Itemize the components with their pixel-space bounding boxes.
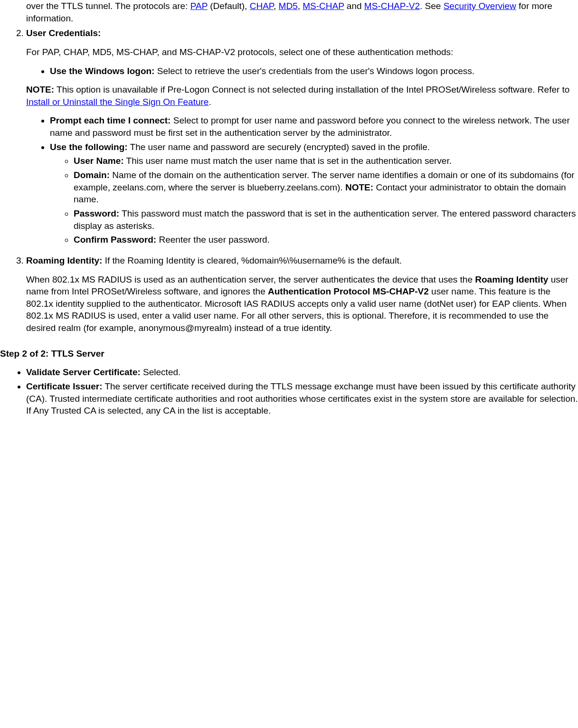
windows-logon-text: Select to retrieve the user's credential… (154, 66, 474, 76)
link-mschap[interactable]: MS-CHAP (303, 1, 344, 11)
link-chap[interactable]: CHAP (250, 1, 274, 11)
step2-heading: Step 2 of 2: TTLS Server (0, 348, 578, 360)
sub-confirm-password: Confirm Password: Reenter the user passw… (74, 234, 578, 246)
text: (Default), (208, 1, 250, 11)
sub-domain: Domain: Name of the domain on the authen… (74, 169, 578, 206)
bullet-cert-issuer: Certificate Issuer: The server certifica… (26, 380, 578, 417)
confirm-password-text: Reenter the user password. (156, 235, 270, 245)
link-mschapv2[interactable]: MS-CHAP-V2 (364, 1, 420, 11)
use-following-label: Use the following: (50, 142, 128, 152)
validate-cert-text: Selected. (141, 367, 181, 377)
bullet-validate-cert: Validate Server Certificate: Selected. (26, 366, 578, 378)
cert-issuer-text: The server certificate received during t… (26, 381, 578, 416)
text: , (274, 1, 279, 11)
protocol-fragment: over the TTLS tunnel. The protocols are:… (0, 0, 578, 24)
user-name-label: User Name: (74, 156, 124, 166)
list-item-roaming-identity: Roaming Identity: If the Roaming Identit… (26, 255, 578, 334)
auth-protocol-term: Authentication Protocol MS-CHAP-V2 (268, 286, 429, 296)
note-text: This option is unavailable if Pre-Logon … (54, 85, 569, 95)
bullet-windows-logon: Use the Windows logon: Select to retriev… (50, 65, 578, 77)
text: When 802.1x MS RADIUS is used as an auth… (26, 274, 475, 284)
roaming-identity-text: If the Roaming Identity is cleared, %dom… (102, 255, 402, 265)
note-label: NOTE: (26, 85, 54, 95)
sub-password: Password: This password must match the p… (74, 208, 578, 232)
domain-note-label: NOTE: (345, 182, 373, 192)
link-install-sso[interactable]: Install or Uninstall the Single Sign On … (26, 97, 208, 107)
text: . See (420, 1, 444, 11)
windows-logon-label: Use the Windows logon: (50, 66, 154, 76)
roaming-identity-label: Roaming Identity: (26, 255, 102, 265)
user-credentials-heading: User Credentials: (26, 28, 101, 38)
text: over the TTLS tunnel. The protocols are: (26, 1, 190, 11)
cert-issuer-label: Certificate Issuer: (26, 381, 103, 391)
roaming-identity-term: Roaming Identity (475, 274, 548, 284)
validate-cert-label: Validate Server Certificate: (26, 367, 141, 377)
bullet-prompt-each-time: Prompt each time I connect: Select to pr… (50, 114, 578, 139)
password-text: This password must match the password th… (74, 208, 576, 231)
confirm-password-label: Confirm Password: (74, 235, 156, 245)
bullet-use-following: Use the following: The user name and pas… (50, 141, 578, 246)
domain-label: Domain: (74, 170, 110, 180)
password-label: Password: (74, 208, 119, 218)
sub-user-name: User Name: This user name must match the… (74, 155, 578, 167)
use-following-text: The user name and password are securely … (128, 142, 430, 152)
text: and (344, 1, 364, 11)
link-pap[interactable]: PAP (190, 1, 208, 11)
user-name-text: This user name must match the user name … (124, 156, 452, 166)
user-credentials-intro: For PAP, CHAP, MD5, MS-CHAP, and MS-CHAP… (26, 46, 578, 58)
note-block: NOTE: This option is unavailable if Pre-… (26, 84, 578, 108)
list-item-user-credentials: User Credentials: For PAP, CHAP, MD5, MS… (26, 27, 578, 246)
note-text-end: . (208, 97, 211, 107)
prompt-label: Prompt each time I connect: (50, 115, 171, 125)
link-security-overview[interactable]: Security Overview (444, 1, 516, 11)
link-md5[interactable]: MD5 (279, 1, 298, 11)
text: , (298, 1, 303, 11)
roaming-identity-detail: When 802.1x MS RADIUS is used as an auth… (26, 274, 578, 334)
